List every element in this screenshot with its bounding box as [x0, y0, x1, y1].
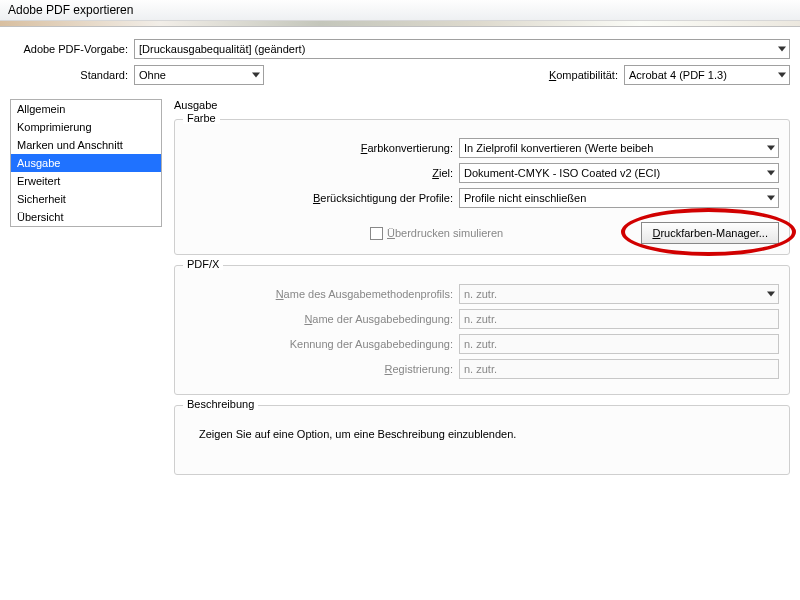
- preset-dropdown[interactable]: [Druckausgabequalität] (geändert): [134, 39, 790, 59]
- farbkonvertierung-label: Farbkonvertierung:: [185, 142, 453, 154]
- farbe-legend: Farbe: [183, 112, 220, 124]
- ziel-value: Dokument-CMYK - ISO Coated v2 (ECI): [464, 167, 660, 179]
- beschreibung-legend: Beschreibung: [183, 398, 258, 410]
- cond-id-field: n. zutr.: [459, 334, 779, 354]
- method-profile-label: Name des Ausgabemethodenprofils:: [185, 288, 453, 300]
- chevron-down-icon: [767, 146, 775, 151]
- ziel-dropdown[interactable]: Dokument-CMYK - ISO Coated v2 (ECI): [459, 163, 779, 183]
- sidebar-item-marken[interactable]: Marken und Anschnitt: [11, 136, 161, 154]
- farbkonvertierung-dropdown[interactable]: In Zielprofil konvertieren (Werte beibeh: [459, 138, 779, 158]
- standard-label: Standard:: [10, 69, 128, 81]
- cond-id-value: n. zutr.: [464, 338, 497, 350]
- chevron-down-icon: [767, 171, 775, 176]
- registry-value: n. zutr.: [464, 363, 497, 375]
- chevron-down-icon: [767, 196, 775, 201]
- ink-manager-button[interactable]: Druckfarben-Manager...: [641, 222, 779, 244]
- simulate-overprint-checkbox[interactable]: [370, 227, 383, 240]
- kompat-label: Kompatibilität:: [549, 69, 618, 81]
- sidebar-item-ausgabe[interactable]: Ausgabe: [11, 154, 161, 172]
- preset-label: Adobe PDF-Vorgabe:: [10, 43, 128, 55]
- beschreibung-group: Beschreibung Zeigen Sie auf eine Option,…: [174, 405, 790, 475]
- profile-label: Berücksichtigung der Profile:: [185, 192, 453, 204]
- chevron-down-icon: [252, 73, 260, 78]
- sidebar-item-sicherheit[interactable]: Sicherheit: [11, 190, 161, 208]
- sidebar-item-erweitert[interactable]: Erweitert: [11, 172, 161, 190]
- cond-name-field: n. zutr.: [459, 309, 779, 329]
- registry-field: n. zutr.: [459, 359, 779, 379]
- pdfx-group: PDF/X Name des Ausgabemethodenprofils: n…: [174, 265, 790, 395]
- ziel-label: Ziel:: [185, 167, 453, 179]
- window-title: Adobe PDF exportieren: [8, 3, 133, 17]
- chevron-down-icon: [778, 47, 786, 52]
- cond-name-label: Name der Ausgabebedingung:: [185, 313, 453, 325]
- cond-name-value: n. zutr.: [464, 313, 497, 325]
- sidebar-item-komprimierung[interactable]: Komprimierung: [11, 118, 161, 136]
- profile-dropdown[interactable]: Profile nicht einschließen: [459, 188, 779, 208]
- chevron-down-icon: [767, 292, 775, 297]
- farbe-group: Farbe Farbkonvertierung: In Zielprofil k…: [174, 119, 790, 255]
- panel-title: Ausgabe: [174, 99, 790, 111]
- kompat-dropdown[interactable]: Acrobat 4 (PDF 1.3): [624, 65, 790, 85]
- simulate-overprint-label: Überdrucken simulieren: [387, 227, 503, 239]
- pdfx-legend: PDF/X: [183, 258, 223, 270]
- window-titlebar: Adobe PDF exportieren: [0, 0, 800, 21]
- registry-label: Registrierung:: [185, 363, 453, 375]
- main-panel: Ausgabe Farbe Farbkonvertierung: In Ziel…: [174, 97, 790, 485]
- standard-value: Ohne: [139, 69, 166, 81]
- category-sidebar: Allgemein Komprimierung Marken und Ansch…: [10, 99, 162, 227]
- sidebar-item-uebersicht[interactable]: Übersicht: [11, 208, 161, 226]
- kompat-value: Acrobat 4 (PDF 1.3): [629, 69, 727, 81]
- cond-id-label: Kennung der Ausgabebedingung:: [185, 338, 453, 350]
- chevron-down-icon: [778, 73, 786, 78]
- method-profile-value: n. zutr.: [464, 288, 497, 300]
- beschreibung-text: Zeigen Sie auf eine Option, um eine Besc…: [185, 424, 779, 446]
- standard-dropdown[interactable]: Ohne: [134, 65, 264, 85]
- sidebar-item-allgemein[interactable]: Allgemein: [11, 100, 161, 118]
- preset-value: [Druckausgabequalität] (geändert): [139, 43, 305, 55]
- top-section: Adobe PDF-Vorgabe: [Druckausgabequalität…: [0, 27, 800, 97]
- method-profile-dropdown: n. zutr.: [459, 284, 779, 304]
- farbkonvertierung-value: In Zielprofil konvertieren (Werte beibeh: [464, 142, 653, 154]
- profile-value: Profile nicht einschließen: [464, 192, 586, 204]
